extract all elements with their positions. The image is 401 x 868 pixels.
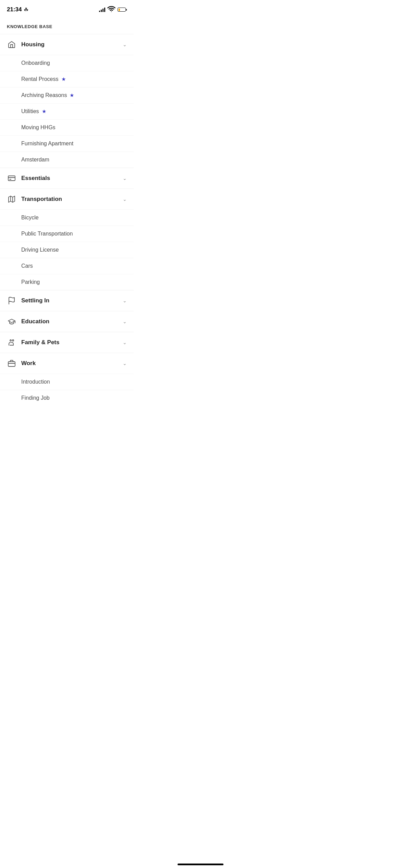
sub-item-label: Onboarding <box>21 60 50 66</box>
sub-item-amsterdam[interactable]: Amsterdam <box>0 152 134 168</box>
sub-item-label: Archiving Reasons <box>21 92 67 98</box>
sub-item-introduction[interactable]: Introduction <box>0 374 134 390</box>
sub-item-label: Finding Job <box>21 395 50 401</box>
signal-icon <box>99 7 105 12</box>
category-label-work: Work <box>21 360 123 367</box>
battery-icon <box>118 8 127 12</box>
star-icon: ★ <box>42 108 46 114</box>
section-title: KNOWLEDGE BASE <box>0 21 134 34</box>
sub-item-cars[interactable]: Cars <box>0 258 134 274</box>
chevron-down-icon: ⌄ <box>123 298 127 303</box>
chevron-down-icon: ⌄ <box>123 176 127 181</box>
svg-rect-10 <box>8 362 15 366</box>
category-work[interactable]: Work ⌄ <box>0 353 134 374</box>
category-label-settling-in: Settling In <box>21 297 123 304</box>
status-time: 21:34 <box>7 6 22 13</box>
star-icon: ★ <box>70 92 74 98</box>
sub-item-finding-job[interactable]: Finding Job <box>0 390 134 406</box>
category-essentials[interactable]: Essentials ⌄ <box>0 168 134 189</box>
category-housing[interactable]: Housing ⌄ <box>0 34 134 55</box>
category-label-family-pets: Family & Pets <box>21 339 123 346</box>
graduation-icon <box>7 317 16 326</box>
category-label-education: Education <box>21 318 123 325</box>
sub-item-label: Moving HHGs <box>21 124 56 131</box>
star-icon: ★ <box>61 76 66 82</box>
sub-item-driving-license[interactable]: Driving License <box>0 242 134 258</box>
briefcase-icon <box>7 359 16 368</box>
sub-item-parking[interactable]: Parking <box>0 274 134 290</box>
wifi-icon <box>107 5 116 14</box>
chevron-down-icon: ⌄ <box>123 319 127 324</box>
house-icon <box>7 40 16 49</box>
chevron-down-icon: ⌄ <box>123 42 127 47</box>
category-label-essentials: Essentials <box>21 175 123 182</box>
family-icon <box>7 338 16 347</box>
sub-item-label: Amsterdam <box>21 157 49 163</box>
sub-item-public-transportation[interactable]: Public Transportation <box>0 226 134 242</box>
sub-item-label: Parking <box>21 279 40 285</box>
sub-item-archiving-reasons[interactable]: Archiving Reasons ★ <box>0 87 134 103</box>
status-icons <box>99 5 127 14</box>
svg-point-9 <box>12 340 14 341</box>
sub-item-furnishing-apartment[interactable]: Furnishing Apartment <box>0 135 134 152</box>
status-time-group: 21:34 ☘ <box>7 6 28 13</box>
card-icon <box>7 173 16 183</box>
chevron-down-icon: ⌄ <box>123 361 127 366</box>
sub-item-label: Utilities <box>21 108 39 114</box>
sub-item-bicycle[interactable]: Bicycle <box>0 209 134 226</box>
category-label-transportation: Transportation <box>21 196 123 203</box>
svg-point-0 <box>111 11 112 12</box>
map-icon <box>7 194 16 204</box>
category-label-housing: Housing <box>21 41 123 48</box>
chevron-down-icon: ⌄ <box>123 196 127 202</box>
category-transportation[interactable]: Transportation ⌄ <box>0 189 134 209</box>
page-content: KNOWLEDGE BASE Housing ⌄ Onboarding Rent… <box>0 17 134 420</box>
sub-item-label: Public Transportation <box>21 231 73 237</box>
sub-item-moving-hhgs[interactable]: Moving HHGs <box>0 119 134 135</box>
sub-item-rental-process[interactable]: Rental Process ★ <box>0 71 134 87</box>
flag-icon <box>7 296 16 305</box>
svg-rect-1 <box>8 176 15 181</box>
person-icon: ☘ <box>24 7 28 13</box>
category-family-pets[interactable]: Family & Pets ⌄ <box>0 332 134 353</box>
sub-item-label: Rental Process <box>21 76 59 82</box>
chevron-down-icon: ⌄ <box>123 340 127 345</box>
sub-item-utilities[interactable]: Utilities ★ <box>0 103 134 119</box>
sub-item-label: Driving License <box>21 247 59 253</box>
sub-item-label: Cars <box>21 263 33 269</box>
sub-item-label: Introduction <box>21 379 50 385</box>
category-education[interactable]: Education ⌄ <box>0 311 134 332</box>
status-bar: 21:34 ☘ <box>0 0 134 17</box>
sub-item-label: Furnishing Apartment <box>21 141 73 147</box>
category-settling-in[interactable]: Settling In ⌄ <box>0 290 134 311</box>
sub-item-label: Bicycle <box>21 215 39 221</box>
sub-item-onboarding[interactable]: Onboarding <box>0 55 134 71</box>
svg-marker-4 <box>9 196 15 202</box>
svg-point-8 <box>10 340 11 341</box>
